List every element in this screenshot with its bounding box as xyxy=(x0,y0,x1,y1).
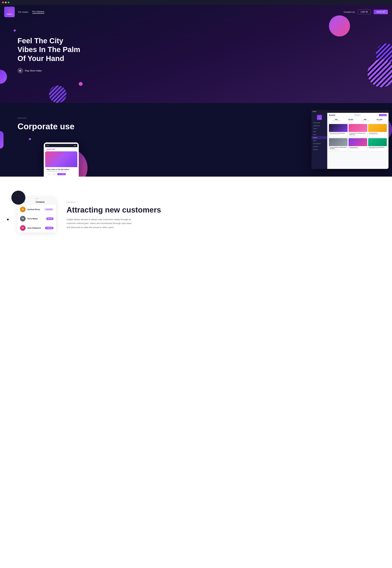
contact-badge-terry[interactable]: INVITE xyxy=(46,217,54,220)
avatar-initials-joshua: JH xyxy=(22,209,24,210)
contact-item-terry[interactable]: TB Terry Bates INVITE xyxy=(17,214,56,223)
logo-icon: 📍 xyxy=(8,9,11,13)
nav-for-owners[interactable]: For Owners xyxy=(32,10,44,14)
mobile-topbar: South Club ··· xyxy=(45,147,77,151)
db-event-name-3: On Being Human xyxy=(369,133,386,134)
db-event-name-2: Comment On The Importance Of Human Life xyxy=(349,133,366,135)
mobile-event-content: Play It Safe At The Nail Saloon Saturday… xyxy=(45,167,77,177)
db-nav-events[interactable]: Events xyxy=(311,136,327,139)
db-page-title: Events xyxy=(329,114,335,116)
db-event-img-5 xyxy=(349,138,367,146)
db-event-info-4: Pueraria Mirifica And Study Phyto Estrog… xyxy=(329,146,348,151)
db-nav-offers[interactable]: Offers xyxy=(311,139,327,142)
db-event-name-5: On Being Human xyxy=(349,147,366,148)
contact-avatar-joshua: JH xyxy=(20,207,26,212)
signup-button[interactable]: SIGN UP xyxy=(374,10,388,14)
minimize-dot[interactable] xyxy=(5,1,7,3)
db-event-img-2 xyxy=(349,124,367,132)
db-event-info-3: On Being Human Saturday Mar 30 | 11:00 xyxy=(368,132,387,136)
db-dot-yellow xyxy=(314,111,315,112)
mobile-venue: South Club xyxy=(47,149,55,150)
db-search-box[interactable]: 🔍 any xyxy=(354,114,361,116)
db-nav-place-profile[interactable]: Place profile xyxy=(311,121,327,124)
attract-title: Attracting new customers xyxy=(67,206,375,214)
db-nav-notifications[interactable]: Notifications xyxy=(311,124,327,127)
db-stats-row: 945 Events scheduled 30,264 Active users… xyxy=(327,118,389,123)
mobile-get-show-button[interactable]: GET SHOW xyxy=(57,173,66,175)
db-event-date-4: Saturday Mar 30 | 11:00 xyxy=(330,149,347,150)
db-nav-photo-albums[interactable]: Photo Albums xyxy=(311,142,327,145)
attract-dot xyxy=(7,219,9,220)
svg-point-11 xyxy=(49,86,67,103)
db-event-card-4[interactable]: Pueraria Mirifica And Study Phyto Estrog… xyxy=(329,138,348,151)
attracting-section: 9:41 AM < Back Contacts JH Joshua Henry … xyxy=(0,177,392,247)
contact-badge-joshua[interactable]: + INVITED xyxy=(44,208,54,211)
play-video-button[interactable]: ▶ Play Short Video xyxy=(17,68,84,74)
db-stat-revenue-num: $11,264 xyxy=(372,119,387,120)
corp-deco-dot xyxy=(29,138,31,140)
db-nav-staff[interactable]: Staff xyxy=(311,130,327,133)
nav-for-users[interactable]: For Users xyxy=(18,11,28,13)
db-event-card-2[interactable]: Comment On The Importance Of Human Life … xyxy=(349,124,367,137)
db-nav-settings[interactable]: Settings xyxy=(311,148,327,151)
db-stat-revenue: $11,264 Revenue xyxy=(372,119,387,121)
maximize-dot[interactable] xyxy=(8,1,9,3)
contact-link[interactable]: Contact Us xyxy=(344,11,355,13)
corp-left-accent xyxy=(0,131,3,149)
attract-deco-circle xyxy=(11,191,25,205)
contacts-title: Contacts xyxy=(27,201,54,203)
attract-description: Unight allows venues to attract new cust… xyxy=(67,218,133,229)
db-add-new-button[interactable]: ADD NEW xyxy=(379,114,387,116)
avatar-initials-jane: JS xyxy=(22,227,24,229)
db-event-card-5[interactable]: On Being Human Saturday Mar 30 | 11:00 xyxy=(349,138,367,151)
db-event-name-6: Play It Safe At The Nail Saloon xyxy=(369,147,386,148)
db-stat-pending-num: 506 xyxy=(358,119,372,120)
navbar: 📍 UNIGHT For Users For Owners Contact Us… xyxy=(0,5,392,19)
db-event-date-1: Saturday Mar 30 | 22:50 xyxy=(330,134,347,135)
mobile-status-bar: 9:41 ●●● xyxy=(45,144,77,147)
db-stat-users-lbl: Active users xyxy=(344,120,358,121)
db-event-card-3[interactable]: On Being Human Saturday Mar 30 | 11:00 xyxy=(368,124,387,137)
db-event-img-3 xyxy=(368,124,387,132)
db-event-info-1: Play It Safe At The Nail Saloon Saturday… xyxy=(329,132,348,136)
logo[interactable]: 📍 UNIGHT xyxy=(4,7,15,17)
db-search-placeholder: any xyxy=(357,115,359,116)
db-event-name-1: Play It Safe At The Nail Saloon xyxy=(330,133,347,134)
play-label: Play Short Video xyxy=(25,69,42,72)
db-event-date-6: Saturday Mar 30 | 22:50 xyxy=(369,148,386,149)
db-dot-red xyxy=(313,111,313,112)
contacts-time: 9:41 AM xyxy=(35,198,39,199)
contact-avatar-terry: TB xyxy=(20,216,26,222)
db-event-info-5: On Being Human Saturday Mar 30 | 11:00 xyxy=(349,146,367,150)
contact-item-joshua[interactable]: JH Joshua Henry + INVITED xyxy=(17,205,56,214)
db-logo: 📍 xyxy=(317,115,322,120)
db-stat-revenue-lbl: Revenue xyxy=(372,120,387,121)
mobile-all-button[interactable]: All xyxy=(47,173,51,175)
db-nav-statistics[interactable]: Statistics xyxy=(311,145,327,148)
mobile-event-card[interactable]: Play It Safe At The Nail Saloon Saturday… xyxy=(45,151,77,177)
db-event-img-6 xyxy=(368,138,387,146)
hero-section: 📍 UNIGHT For Users For Owners Contact Us… xyxy=(0,5,392,103)
nav-right: Contact Us LOG IN SIGN UP xyxy=(344,9,388,14)
login-button[interactable]: LOG IN xyxy=(358,9,371,14)
attract-content: UNIGHT Attracting new customers Unight a… xyxy=(67,194,375,229)
db-event-card-1[interactable]: Play It Safe At The Nail Saloon Saturday… xyxy=(329,124,348,137)
db-event-info-2: Comment On The Importance Of Human Life … xyxy=(349,132,367,137)
search-icon: 🔍 xyxy=(355,114,357,116)
db-event-info-6: Play It Safe At The Nail Saloon Saturday… xyxy=(368,146,387,150)
mobile-like-button[interactable]: Like xyxy=(52,173,57,175)
db-main: Events 🔍 any ADD NEW 945 Events schedule… xyxy=(327,113,389,169)
db-event-card-6[interactable]: Play It Safe At The Nail Saloon Saturday… xyxy=(368,138,387,151)
mobile-more-icon[interactable]: ··· xyxy=(75,148,76,150)
contacts-mockup: 9:41 AM < Back Contacts JH Joshua Henry … xyxy=(17,198,56,233)
db-stat-pending-lbl: Pending approvals xyxy=(358,120,372,121)
db-nav-clients[interactable]: Clients xyxy=(311,127,327,130)
mobile-time: 9:41 xyxy=(47,145,49,146)
db-sidebar: 📍 Place profile Notifications Clients St… xyxy=(311,113,327,169)
contact-item-jane[interactable]: JS Jane Stephens + INVITE xyxy=(17,223,56,233)
db-topbar: Events 🔍 any ADD NEW xyxy=(327,113,389,118)
close-dot[interactable] xyxy=(2,1,4,3)
db-nav-news[interactable]: News xyxy=(311,133,327,136)
db-event-date-5: Saturday Mar 30 | 11:00 xyxy=(349,148,366,149)
contact-badge-jane[interactable]: + INVITE xyxy=(45,227,54,229)
